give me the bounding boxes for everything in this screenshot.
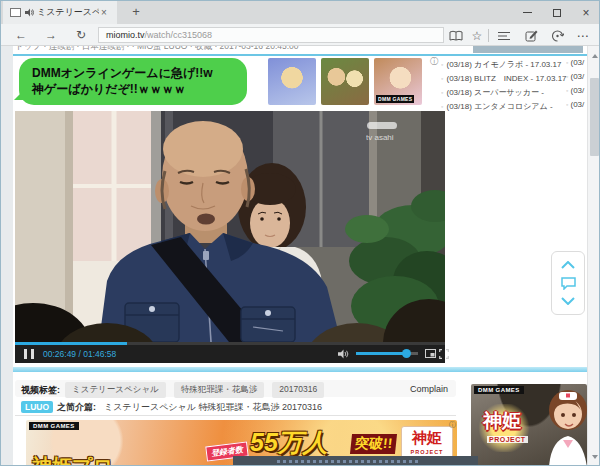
forward-button[interactable]: →: [39, 27, 63, 43]
reading-view-icon[interactable]: [447, 28, 465, 43]
video-player: tv asahi 00:26:49 / 01:46:58: [15, 111, 445, 363]
bullet-icon: ◦: [441, 61, 443, 68]
maximize-icon: [553, 9, 561, 17]
scroll-down-button[interactable]: [558, 294, 578, 308]
uploader-badge[interactable]: LUUO: [21, 401, 53, 413]
toolbar-divider: [488, 29, 489, 42]
right-banner-ad[interactable]: DMM GAMES 神姫 PROJECT: [471, 384, 587, 466]
scrollbar-up-arrow[interactable]: [592, 51, 598, 58]
url-path: /watch/cc315068: [145, 30, 213, 40]
sidebar-item-3[interactable]: ◦(03/18) スーパーサッカー -: [441, 86, 577, 99]
minimize-icon: [523, 12, 532, 13]
promo-thumbnail-1[interactable]: [268, 58, 316, 105]
player-controls: 00:26:49 / 01:46:58: [15, 345, 445, 363]
url-host: miomio.tv: [106, 30, 145, 40]
url-field[interactable]: miomio.tv/watch/cc315068: [98, 27, 444, 43]
notification-bar[interactable]: [233, 456, 478, 466]
description-text: ミステリースペシャル 特殊犯罪課・花島渉 20170316: [104, 401, 322, 414]
browser-window: ミステリースペシャル × + × ← → ↻ miomio.tv/watch/c…: [0, 0, 600, 466]
bullet-icon: ◦: [441, 103, 443, 110]
promo-line2: 神ゲーばかりだぞ!!ｗｗｗｗ: [32, 82, 186, 96]
description-divider: [15, 415, 456, 416]
address-bar: ← → ↻ miomio.tv/watch/cc315068 ☆ ⋯: [1, 24, 600, 46]
ad-character: [535, 384, 587, 466]
ad-title-clipped: 神姫プロ: [32, 453, 113, 466]
fullscreen-icon[interactable]: [439, 349, 449, 359]
tab-title: ミステリースペシャル: [37, 6, 99, 19]
bullet-icon: ◦: [441, 89, 443, 96]
page-content: トップ · 连续剧 · 日本连续剧 · · MIO蛋 LUUO · 收藏 · 2…: [13, 46, 587, 466]
tags-label: 视频标签:: [21, 384, 60, 397]
header-divider: [13, 54, 587, 56]
volume-slider[interactable]: [356, 352, 418, 355]
web-note-pen-icon[interactable]: [522, 28, 540, 43]
refresh-button[interactable]: ↻: [69, 27, 93, 43]
scrollbar-thumb[interactable]: [590, 78, 599, 156]
sidebar-overflow-item[interactable]: ◦(03/: [566, 58, 587, 71]
pause-button[interactable]: [24, 349, 34, 359]
description-row: LUUO 之简介篇: ミステリースペシャル 特殊犯罪課・花島渉 20170316: [15, 401, 456, 413]
section-divider: [13, 367, 587, 372]
dmm-games-label: DMM GAMES: [29, 422, 79, 430]
promo-thumbnail-3[interactable]: DMM GAMES: [374, 58, 422, 105]
tag-chip[interactable]: 特殊犯罪課・花島渉: [174, 382, 265, 398]
volume-mute-icon[interactable]: [338, 349, 350, 359]
promo-thumbnail-2[interactable]: [321, 58, 369, 105]
audio-speaker-icon[interactable]: [25, 8, 34, 17]
clipped-header-box: [473, 46, 583, 53]
kamihime-logo-sub: PROJECT: [487, 436, 528, 443]
bullet-icon: ◦: [441, 75, 443, 82]
kamihime-logo: 神姫: [483, 408, 521, 434]
sidebar-overflow-item[interactable]: ◦(03/: [566, 86, 587, 99]
sidebar-item-1[interactable]: ◦(03/18) カイモノラボ - 17.03.17: [441, 58, 577, 71]
scroll-up-button[interactable]: [558, 258, 578, 272]
share-icon[interactable]: [548, 28, 566, 43]
new-tab-button[interactable]: +: [123, 1, 149, 24]
scrollbar-down-arrow[interactable]: [592, 455, 598, 462]
time-display: 00:26:49 / 01:46:58: [43, 349, 116, 359]
maximize-button[interactable]: [542, 1, 572, 24]
dmm-games-label: DMM GAMES: [474, 386, 524, 394]
promo-line1: DMMオンラインゲームに急げ!!w: [32, 66, 213, 80]
ad-info-icon[interactable]: ⓘ: [430, 56, 438, 67]
more-actions-icon[interactable]: ⋯: [574, 28, 592, 43]
sidebar-item-2[interactable]: ◦(03/18) BLITZ INDEX - 17.03.17: [441, 72, 577, 85]
video-area[interactable]: tv asahi: [15, 111, 445, 342]
description-label: 之简介篇:: [57, 401, 96, 414]
hub-icon[interactable]: [495, 28, 513, 43]
floating-nav-widget: [551, 251, 585, 315]
dmm-games-label: DMM GAMES: [376, 95, 414, 103]
ad-count: 55万人: [250, 426, 328, 459]
comment-button[interactable]: [558, 276, 578, 290]
minimize-button[interactable]: [512, 1, 542, 24]
browser-tab[interactable]: ミステリースペシャル ×: [3, 1, 117, 24]
sidebar-overflow-item[interactable]: ◦(03/: [566, 72, 587, 85]
favorites-star-icon[interactable]: ☆: [468, 28, 486, 43]
tag-chip[interactable]: ミステリースペシャル: [65, 382, 166, 398]
tab-close-button[interactable]: ×: [101, 7, 107, 18]
video-frame: tv asahi: [15, 111, 445, 342]
clipped-breadcrumb: トップ · 连续剧 · 日本连续剧 · · MIO蛋 LUUO · 收藏 · 2…: [15, 46, 473, 53]
promo-banner-bubble[interactable]: DMMオンラインゲームに急げ!!w 神ゲーばかりだぞ!!ｗｗｗｗ: [19, 58, 247, 105]
theater-mode-icon[interactable]: [425, 349, 436, 358]
tab-bar: ミステリースペシャル × + ×: [1, 1, 600, 24]
sidebar-overflow-item[interactable]: ◦(03/: [566, 100, 587, 113]
tv-asahi-watermark: tv asahi: [366, 133, 394, 142]
ad-suffix: 突破!!: [350, 434, 397, 454]
sidebar-item-4[interactable]: ◦(03/18) エンタメコロシアム -: [441, 100, 577, 113]
tag-chip[interactable]: 20170316: [272, 382, 324, 398]
ad-info-icon[interactable]: ⓘ: [449, 420, 456, 430]
page-viewport: トップ · 连续剧 · 日本连续剧 · · MIO蛋 LUUO · 收藏 · 2…: [1, 46, 600, 466]
volume-fill: [356, 352, 407, 355]
video-info-section: 视频标签: ミステリースペシャル 特殊犯罪課・花島渉 20170316 Comp…: [15, 378, 456, 416]
tags-row: 视频标签: ミステリースペシャル 特殊犯罪課・花島渉 20170316 Comp…: [15, 380, 456, 397]
page-icon: [10, 8, 21, 17]
page-scrollbar[interactable]: [587, 46, 600, 466]
complain-link[interactable]: Complain: [410, 384, 448, 394]
close-button[interactable]: ×: [572, 1, 600, 24]
volume-knob[interactable]: [402, 349, 411, 358]
back-button[interactable]: ←: [9, 27, 33, 43]
